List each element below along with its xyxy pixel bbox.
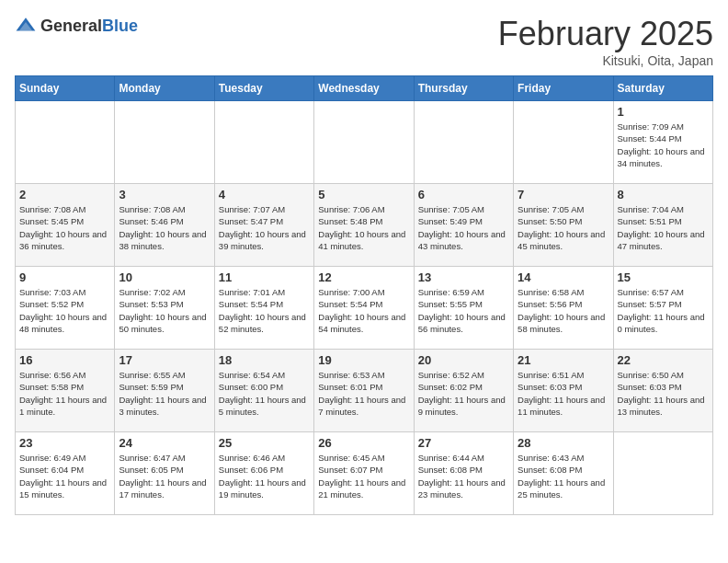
- day-number: 20: [418, 353, 509, 367]
- logo-general: General: [40, 17, 102, 35]
- day-info: Sunrise: 6:51 AM Sunset: 6:03 PM Dayligh…: [518, 369, 609, 418]
- calendar-cell: 15Sunrise: 6:57 AM Sunset: 5:57 PM Dayli…: [613, 267, 712, 350]
- calendar-cell: 21Sunrise: 6:51 AM Sunset: 6:03 PM Dayli…: [514, 350, 613, 432]
- day-number: 19: [318, 353, 409, 367]
- calendar-cell: 8Sunrise: 7:04 AM Sunset: 5:51 PM Daylig…: [613, 184, 712, 267]
- title-block: February 2025 Kitsuki, Oita, Japan: [498, 15, 713, 68]
- weekday-header-saturday: Saturday: [613, 76, 712, 101]
- day-info: Sunrise: 6:43 AM Sunset: 6:08 PM Dayligh…: [518, 452, 609, 500]
- calendar-table: SundayMondayTuesdayWednesdayThursdayFrid…: [15, 75, 713, 515]
- calendar-cell: 9Sunrise: 7:03 AM Sunset: 5:52 PM Daylig…: [16, 267, 115, 350]
- day-info: Sunrise: 6:55 AM Sunset: 5:59 PM Dayligh…: [119, 369, 210, 418]
- weekday-header-tuesday: Tuesday: [214, 76, 313, 101]
- logo: GeneralBlue: [15, 15, 138, 37]
- day-number: 8: [618, 188, 709, 201]
- day-info: Sunrise: 7:01 AM Sunset: 5:54 PM Dayligh…: [219, 286, 310, 335]
- day-info: Sunrise: 7:06 AM Sunset: 5:48 PM Dayligh…: [318, 203, 409, 252]
- calendar-cell: 16Sunrise: 6:56 AM Sunset: 5:58 PM Dayli…: [16, 350, 115, 432]
- logo-blue: Blue: [102, 17, 138, 35]
- day-info: Sunrise: 7:04 AM Sunset: 5:51 PM Dayligh…: [618, 203, 709, 252]
- day-number: 12: [318, 270, 409, 284]
- weekday-header-monday: Monday: [115, 76, 214, 101]
- day-number: 6: [418, 188, 509, 201]
- day-number: 21: [518, 353, 609, 367]
- day-number: 11: [219, 270, 310, 284]
- calendar-subtitle: Kitsuki, Oita, Japan: [498, 53, 713, 68]
- day-number: 7: [518, 188, 609, 201]
- calendar-cell: [314, 101, 414, 184]
- calendar-cell: 2Sunrise: 7:08 AM Sunset: 5:45 PM Daylig…: [16, 184, 115, 267]
- day-info: Sunrise: 7:08 AM Sunset: 5:46 PM Dayligh…: [119, 203, 210, 252]
- day-number: 16: [19, 353, 110, 367]
- day-info: Sunrise: 6:59 AM Sunset: 5:55 PM Dayligh…: [418, 286, 509, 335]
- calendar-cell: 10Sunrise: 7:02 AM Sunset: 5:53 PM Dayli…: [115, 267, 214, 350]
- day-number: 26: [318, 436, 409, 450]
- day-info: Sunrise: 6:57 AM Sunset: 5:57 PM Dayligh…: [618, 286, 709, 335]
- weekday-header-thursday: Thursday: [414, 76, 513, 101]
- calendar-cell: 28Sunrise: 6:43 AM Sunset: 6:08 PM Dayli…: [514, 432, 613, 515]
- calendar-cell: 12Sunrise: 7:00 AM Sunset: 5:54 PM Dayli…: [314, 267, 414, 350]
- day-number: 3: [119, 188, 210, 201]
- day-info: Sunrise: 6:52 AM Sunset: 6:02 PM Dayligh…: [418, 369, 509, 418]
- calendar-cell: 13Sunrise: 6:59 AM Sunset: 5:55 PM Dayli…: [414, 267, 513, 350]
- day-number: 9: [19, 270, 110, 284]
- day-number: 28: [518, 436, 609, 450]
- calendar-cell: [115, 101, 214, 184]
- day-number: 13: [418, 270, 509, 284]
- calendar-cell: 27Sunrise: 6:44 AM Sunset: 6:08 PM Dayli…: [414, 432, 513, 515]
- day-info: Sunrise: 6:50 AM Sunset: 6:03 PM Dayligh…: [618, 369, 709, 418]
- weekday-header-sunday: Sunday: [16, 76, 115, 101]
- day-number: 14: [518, 270, 609, 284]
- day-number: 10: [119, 270, 210, 284]
- calendar-cell: [514, 101, 613, 184]
- day-number: 23: [19, 436, 110, 450]
- week-row-4: 16Sunrise: 6:56 AM Sunset: 5:58 PM Dayli…: [16, 350, 713, 432]
- calendar-cell: 25Sunrise: 6:46 AM Sunset: 6:06 PM Dayli…: [214, 432, 313, 515]
- calendar-cell: 23Sunrise: 6:49 AM Sunset: 6:04 PM Dayli…: [16, 432, 115, 515]
- calendar-body: 1Sunrise: 7:09 AM Sunset: 5:44 PM Daylig…: [16, 101, 713, 515]
- day-number: 4: [219, 188, 310, 201]
- calendar-cell: 5Sunrise: 7:06 AM Sunset: 5:48 PM Daylig…: [314, 184, 414, 267]
- weekday-header-wednesday: Wednesday: [314, 76, 414, 101]
- day-number: 18: [219, 353, 310, 367]
- day-info: Sunrise: 7:08 AM Sunset: 5:45 PM Dayligh…: [19, 203, 110, 252]
- calendar-cell: 26Sunrise: 6:45 AM Sunset: 6:07 PM Dayli…: [314, 432, 414, 515]
- calendar-cell: 7Sunrise: 7:05 AM Sunset: 5:50 PM Daylig…: [514, 184, 613, 267]
- day-info: Sunrise: 6:45 AM Sunset: 6:07 PM Dayligh…: [318, 452, 409, 500]
- day-info: Sunrise: 7:05 AM Sunset: 5:49 PM Dayligh…: [418, 203, 509, 252]
- day-number: 27: [418, 436, 509, 450]
- day-number: 22: [618, 353, 709, 367]
- weekday-row: SundayMondayTuesdayWednesdayThursdayFrid…: [16, 76, 713, 101]
- day-info: Sunrise: 7:07 AM Sunset: 5:47 PM Dayligh…: [219, 203, 310, 252]
- calendar-title: February 2025: [498, 15, 713, 53]
- day-info: Sunrise: 6:47 AM Sunset: 6:05 PM Dayligh…: [119, 452, 210, 500]
- calendar-cell: 1Sunrise: 7:09 AM Sunset: 5:44 PM Daylig…: [613, 101, 712, 184]
- calendar-cell: [414, 101, 513, 184]
- day-info: Sunrise: 7:05 AM Sunset: 5:50 PM Dayligh…: [518, 203, 609, 252]
- day-number: 24: [119, 436, 210, 450]
- calendar-cell: [613, 432, 712, 515]
- logo-icon: [15, 15, 37, 37]
- calendar-cell: 3Sunrise: 7:08 AM Sunset: 5:46 PM Daylig…: [115, 184, 214, 267]
- day-info: Sunrise: 7:00 AM Sunset: 5:54 PM Dayligh…: [318, 286, 409, 335]
- calendar-cell: 20Sunrise: 6:52 AM Sunset: 6:02 PM Dayli…: [414, 350, 513, 432]
- calendar-cell: 24Sunrise: 6:47 AM Sunset: 6:05 PM Dayli…: [115, 432, 214, 515]
- day-info: Sunrise: 6:58 AM Sunset: 5:56 PM Dayligh…: [518, 286, 609, 335]
- week-row-2: 2Sunrise: 7:08 AM Sunset: 5:45 PM Daylig…: [16, 184, 713, 267]
- day-number: 25: [219, 436, 310, 450]
- day-info: Sunrise: 7:09 AM Sunset: 5:44 PM Dayligh…: [618, 121, 709, 169]
- day-number: 1: [618, 105, 709, 119]
- calendar-cell: 14Sunrise: 6:58 AM Sunset: 5:56 PM Dayli…: [514, 267, 613, 350]
- page-header: GeneralBlue February 2025 Kitsuki, Oita,…: [15, 15, 713, 68]
- week-row-5: 23Sunrise: 6:49 AM Sunset: 6:04 PM Dayli…: [16, 432, 713, 515]
- day-info: Sunrise: 6:49 AM Sunset: 6:04 PM Dayligh…: [19, 452, 110, 500]
- day-info: Sunrise: 6:53 AM Sunset: 6:01 PM Dayligh…: [318, 369, 409, 418]
- day-number: 17: [119, 353, 210, 367]
- calendar-cell: 19Sunrise: 6:53 AM Sunset: 6:01 PM Dayli…: [314, 350, 414, 432]
- day-number: 15: [618, 270, 709, 284]
- calendar-cell: 18Sunrise: 6:54 AM Sunset: 6:00 PM Dayli…: [214, 350, 313, 432]
- day-info: Sunrise: 6:44 AM Sunset: 6:08 PM Dayligh…: [418, 452, 509, 500]
- day-info: Sunrise: 6:46 AM Sunset: 6:06 PM Dayligh…: [219, 452, 310, 500]
- calendar-cell: [16, 101, 115, 184]
- week-row-1: 1Sunrise: 7:09 AM Sunset: 5:44 PM Daylig…: [16, 101, 713, 184]
